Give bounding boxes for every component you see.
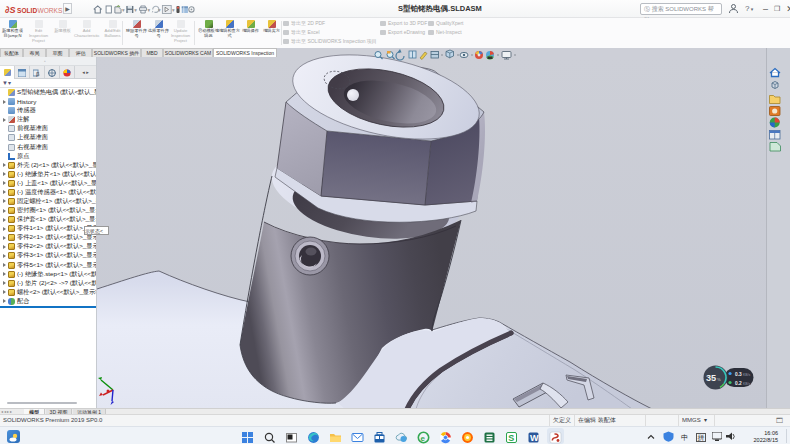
svg-text:0.2: 0.2: [735, 381, 742, 386]
svg-text:▾: ▾: [147, 7, 150, 13]
svg-text:▾: ▾: [172, 7, 175, 13]
svg-text:β: β: [36, 71, 40, 77]
svg-text:∂S: ∂S: [5, 5, 15, 15]
svg-text:%: %: [717, 377, 721, 382]
svg-text:e: e: [421, 433, 426, 442]
svg-text:0.3: 0.3: [735, 372, 742, 377]
svg-text:W: W: [530, 433, 539, 443]
svg-text:WORKS: WORKS: [38, 6, 64, 13]
svg-text:▾: ▾: [122, 7, 125, 13]
svg-text:KB/s: KB/s: [743, 382, 750, 386]
svg-text:KB/s: KB/s: [743, 373, 750, 377]
svg-text:S: S: [508, 433, 514, 443]
svg-text:SOLID: SOLID: [17, 6, 37, 13]
svg-text:35: 35: [706, 373, 716, 383]
svg-text:▾: ▾: [134, 7, 137, 13]
svg-text:▾: ▾: [158, 7, 161, 13]
